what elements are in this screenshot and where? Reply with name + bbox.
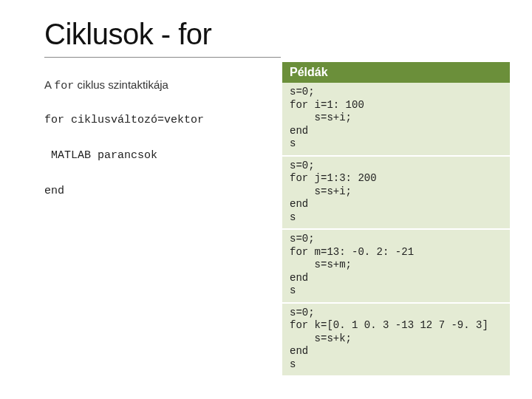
content-row: A for ciklus szintaktikája for ciklusvál… [44,62,510,392]
syntax-body: for ciklusváltozó=vektor MATLAB parancso… [44,112,273,200]
examples-header: Példák [282,62,510,83]
example-block: s=0; for i=1: 100 s=s+i; end s [282,83,510,157]
page-title: Ciklusok - for [44,18,510,51]
example-block: s=0; for k=[0. 1 0. 3 -13 12 7 -9. 3] s=… [282,304,510,376]
title-rule [44,57,281,58]
caption-mono: for [54,80,74,92]
right-column: Példák s=0; for i=1: 100 s=s+i; end s s=… [282,62,510,392]
syntax-caption: A for ciklus szintaktikája [44,78,273,92]
example-block: s=0; for m=13: -0. 2: -21 s=s+m; end s [282,230,510,304]
slide: Ciklusok - for A for ciklus szintaktikáj… [0,0,532,399]
caption-suffix: ciklus szintaktikája [74,78,168,91]
caption-prefix: A [44,78,54,91]
example-block: s=0; for j=1:3: 200 s=s+i; end s [282,157,510,231]
title-block: Ciklusok - for [44,18,510,58]
left-column: A for ciklus szintaktikája for ciklusvál… [44,62,273,392]
